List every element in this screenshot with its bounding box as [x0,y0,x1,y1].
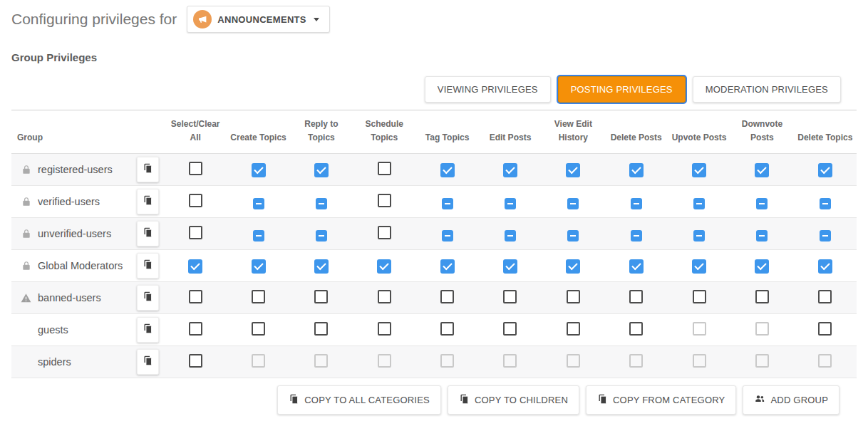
privilege-checkbox-unchecked[interactable] [503,322,517,336]
privilege-checkbox-indeterminate[interactable] [567,230,579,241]
privilege-checkbox-unchecked[interactable] [818,290,832,303]
privilege-checkbox-unchecked[interactable] [314,290,328,303]
privilege-checkbox-indeterminate[interactable] [316,230,327,241]
privilege-checkbox-checked[interactable] [314,163,329,177]
privilege-checkbox-indeterminate[interactable] [442,230,453,241]
privilege-checkbox-unchecked[interactable] [818,322,832,336]
privilege-checkbox-indeterminate[interactable] [820,230,831,241]
copy-privileges-button[interactable] [137,253,159,279]
privilege-checkbox-indeterminate[interactable] [820,198,831,209]
privilege-checkbox-unchecked[interactable] [378,226,391,239]
privilege-checkbox-checked[interactable] [503,259,517,274]
privilege-cell [227,218,289,250]
privilege-checkbox-indeterminate[interactable] [756,198,768,209]
privilege-checkbox-unchecked[interactable] [378,194,391,207]
privilege-checkbox-indeterminate[interactable] [505,230,516,241]
footer-actions: COPY TO ALL CATEGORIESCOPY TO CHILDRENCO… [11,385,839,415]
privilege-checkbox-indeterminate[interactable] [756,230,768,241]
privilege-checkbox-unchecked[interactable] [567,322,580,336]
privilege-checkbox-checked[interactable] [252,259,266,274]
privilege-checkbox-indeterminate[interactable] [631,230,642,241]
privilege-checkbox-unchecked[interactable] [189,162,202,175]
copy-privileges-cell [131,186,164,218]
privilege-checkbox-indeterminate[interactable] [316,198,327,209]
privilege-checkbox-unchecked[interactable] [693,290,706,303]
privilege-checkbox-unchecked[interactable] [252,322,265,336]
copy-privileges-button[interactable] [137,157,159,182]
privilege-checkbox-unchecked[interactable] [629,322,643,336]
tab-viewing-privileges[interactable]: VIEWING PRIVILEGES [425,76,551,103]
privilege-cell [290,186,353,218]
copy-privileges-button[interactable] [137,285,159,311]
privilege-cell [353,282,415,314]
privilege-checkbox-unchecked[interactable] [314,322,328,336]
copy-icon [459,394,470,407]
column-header: Schedule Topics [353,110,415,154]
privilege-checkbox-checked[interactable] [692,163,706,177]
privilege-checkbox-checked[interactable] [566,163,580,177]
privilege-checkbox-indeterminate[interactable] [442,198,453,209]
privilege-checkbox-unchecked[interactable] [189,322,202,336]
privilege-checkbox-checked[interactable] [440,163,455,177]
privilege-checkbox-unchecked[interactable] [440,290,454,303]
privilege-checkbox-unchecked[interactable] [378,322,391,336]
privilege-checkbox-checked[interactable] [566,259,580,274]
privilege-checkbox-indeterminate[interactable] [253,230,264,241]
privilege-checkbox-unchecked[interactable] [378,162,391,175]
privilege-checkbox-indeterminate[interactable] [253,198,264,209]
privilege-checkbox-checked[interactable] [440,259,455,274]
privilege-checkbox-checked[interactable] [755,259,769,274]
copy-from-category-button[interactable]: COPY FROM CATEGORY [586,385,736,415]
privilege-checkbox-unchecked[interactable] [567,290,580,303]
privilege-checkbox-checked[interactable] [818,259,832,274]
privilege-checkbox-indeterminate[interactable] [693,230,705,241]
group-row: registered-users [11,154,857,186]
privilege-checkbox-checked[interactable] [629,163,644,177]
privilege-checkbox-checked[interactable] [252,163,266,177]
privilege-checkbox-unchecked[interactable] [189,354,202,368]
copy-to-all-categories-button[interactable]: COPY TO ALL CATEGORIES [277,385,441,415]
privilege-checkbox-checked[interactable] [629,259,644,274]
privilege-checkbox-disabled [252,354,265,368]
privilege-checkbox-unchecked[interactable] [378,290,391,303]
privilege-checkbox-unchecked[interactable] [629,290,643,303]
copy-privileges-button[interactable] [137,221,159,246]
privilege-checkbox-checked[interactable] [755,163,769,177]
privilege-checkbox-checked[interactable] [314,259,329,274]
privilege-checkbox-checked[interactable] [503,163,517,177]
privilege-checkbox-unchecked[interactable] [189,290,202,303]
privilege-checkbox-indeterminate[interactable] [505,198,516,209]
privilege-checkbox-unchecked[interactable] [252,290,265,303]
privilege-checkbox-checked[interactable] [818,163,832,177]
privilege-cell [668,154,730,186]
privilege-cell [290,346,353,378]
privilege-checkbox-unchecked[interactable] [189,194,202,207]
privilege-tabs: VIEWING PRIVILEGESPOSTING PRIVILEGESMODE… [11,76,841,103]
privilege-checkbox-indeterminate[interactable] [631,198,642,209]
copy-privileges-button[interactable] [137,349,159,375]
category-selector-button[interactable]: ANNOUNCEMENTS [187,6,330,33]
privilege-cell [164,250,227,282]
privilege-cell [353,186,415,218]
tab-posting-privileges[interactable]: POSTING PRIVILEGES [558,76,686,103]
privilege-checkbox-unchecked[interactable] [440,322,454,336]
tab-moderation-privileges[interactable]: MODERATION PRIVILEGES [693,76,841,103]
privilege-checkbox-checked[interactable] [692,259,706,274]
column-header: Upvote Posts [668,110,730,154]
add-group-button[interactable]: ADD GROUP [743,385,839,415]
privilege-cell [730,314,793,346]
group-cell: banned-users [11,282,131,314]
privilege-checkbox-unchecked[interactable] [755,290,769,303]
group-row: guests [11,314,857,346]
privilege-checkbox-checked[interactable] [188,259,202,274]
copy-privileges-button[interactable] [137,189,159,214]
privilege-checkbox-indeterminate[interactable] [567,198,579,209]
privilege-checkbox-checked[interactable] [377,259,391,274]
privilege-cell [730,186,793,218]
copy-to-children-button[interactable]: COPY TO CHILDREN [448,385,579,415]
copy-privileges-button[interactable] [137,317,159,343]
group-row: verified-users [11,186,857,218]
privilege-checkbox-indeterminate[interactable] [693,198,705,209]
privilege-checkbox-unchecked[interactable] [189,226,202,239]
privilege-checkbox-unchecked[interactable] [503,290,517,303]
